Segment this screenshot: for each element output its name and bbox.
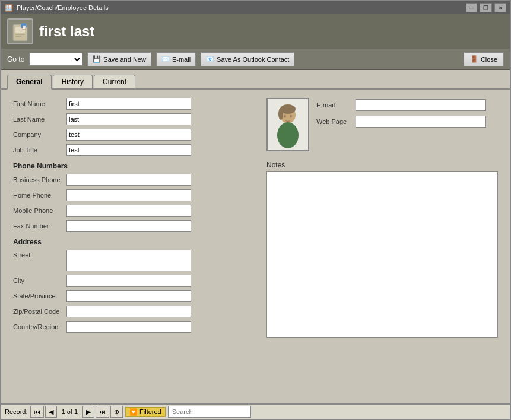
- address-section-title: Address: [13, 238, 255, 246]
- svg-rect-2: [15, 34, 25, 35]
- city-row: City: [13, 275, 255, 287]
- next-record-button[interactable]: ▶: [82, 406, 94, 418]
- title-bar-icon: 🪟: [5, 4, 13, 12]
- window-title: Player/Coach/Employee Details: [17, 4, 109, 11]
- email-icon: ✉️: [161, 55, 170, 63]
- zip-input[interactable]: [66, 306, 191, 317]
- business-phone-row: Business Phone: [13, 174, 255, 186]
- restore-button[interactable]: ❐: [480, 3, 492, 12]
- company-label: Company: [13, 131, 66, 138]
- svg-point-9: [278, 108, 283, 120]
- record-nav: ⏮ ◀ 1 of 1 ▶ ⏭ ⊕: [30, 406, 123, 418]
- job-title-label: Job Title: [13, 147, 66, 154]
- job-title-row: Job Title: [13, 144, 255, 156]
- mobile-phone-input[interactable]: [66, 205, 191, 217]
- first-record-button[interactable]: ⏮: [30, 406, 44, 418]
- email-input[interactable]: [356, 99, 486, 111]
- state-input[interactable]: [66, 290, 191, 302]
- city-input[interactable]: [66, 275, 191, 287]
- street-input[interactable]: [66, 250, 191, 271]
- minimize-button[interactable]: ─: [466, 3, 477, 12]
- fax-number-input[interactable]: [66, 220, 191, 232]
- filtered-label: Filtered: [139, 408, 161, 415]
- status-bar: Record: ⏮ ◀ 1 of 1 ▶ ⏭ ⊕ 🔽 Filtered: [1, 403, 510, 419]
- first-name-input[interactable]: [66, 98, 191, 110]
- save-new-icon: 💾: [93, 55, 101, 63]
- tabs-bar: General History Current: [1, 70, 510, 90]
- business-phone-input[interactable]: [66, 174, 191, 186]
- last-name-input[interactable]: [66, 113, 191, 125]
- last-record-button[interactable]: ⏭: [96, 406, 109, 418]
- svg-rect-3: [15, 36, 21, 37]
- home-phone-input[interactable]: [66, 189, 191, 201]
- tab-history[interactable]: History: [53, 75, 93, 88]
- job-title-input[interactable]: [66, 144, 191, 156]
- close-button[interactable]: 🚪 Close: [464, 52, 504, 66]
- record-count: 1 of 1: [58, 408, 82, 415]
- prev-record-button[interactable]: ◀: [45, 406, 57, 418]
- home-phone-label: Home Phone: [13, 192, 66, 199]
- street-label: Street: [13, 252, 66, 259]
- tab-general[interactable]: General: [7, 75, 52, 90]
- goto-select[interactable]: [29, 53, 82, 66]
- header-icon: 📋: [7, 18, 33, 44]
- web-page-label: Web Page: [316, 118, 352, 125]
- email-field-label: E-mail: [316, 101, 352, 109]
- fax-number-label: Fax Number: [13, 222, 66, 230]
- notes-label: Notes: [266, 161, 498, 169]
- home-phone-row: Home Phone: [13, 189, 255, 201]
- filtered-icon: 🔽: [129, 408, 138, 416]
- svg-point-10: [277, 122, 299, 148]
- notes-area: Notes: [266, 161, 498, 338]
- svg-point-11: [284, 115, 286, 118]
- mobile-phone-label: Mobile Phone: [13, 207, 66, 214]
- state-label: State/Province: [13, 292, 66, 300]
- toolbar: Go to 💾 Save and New ✉️ E-mail 📧 Save As…: [1, 49, 510, 70]
- business-phone-label: Business Phone: [13, 176, 66, 183]
- save-new-button[interactable]: 💾 Save and New: [87, 52, 151, 66]
- title-bar: 🪟 Player/Coach/Employee Details ─ ❐ ✕: [1, 1, 510, 14]
- email-button[interactable]: ✉️ E-mail: [156, 52, 196, 66]
- fax-number-row: Fax Number: [13, 220, 255, 232]
- right-top: E-mail Web Page: [266, 98, 486, 155]
- form-section: First Name Last Name Company Job Title P…: [13, 98, 498, 338]
- right-panel: E-mail Web Page Notes: [266, 98, 498, 338]
- company-input[interactable]: [66, 129, 191, 141]
- close-window-button[interactable]: ✕: [494, 3, 506, 12]
- web-page-input[interactable]: [356, 116, 486, 128]
- title-bar-controls: ─ ❐ ✕: [466, 3, 506, 12]
- first-name-label: First Name: [13, 100, 66, 107]
- street-row: Street: [13, 250, 255, 271]
- record-label: Record:: [5, 408, 28, 415]
- close-icon: 🚪: [470, 55, 478, 63]
- country-input[interactable]: [66, 321, 191, 333]
- country-row: Country/Region: [13, 321, 255, 333]
- content-area: First Name Last Name Company Job Title P…: [1, 90, 510, 403]
- mobile-phone-row: Mobile Phone: [13, 205, 255, 217]
- outlook-icon: 📧: [206, 55, 214, 63]
- notes-textarea[interactable]: [266, 171, 498, 338]
- main-window: 🪟 Player/Coach/Employee Details ─ ❐ ✕ 📋 …: [0, 0, 511, 420]
- goto-label: Go to: [7, 55, 24, 63]
- svg-point-12: [290, 115, 292, 118]
- phone-section-title: Phone Numbers: [13, 162, 255, 170]
- web-page-row: Web Page: [316, 116, 486, 128]
- last-name-label: Last Name: [13, 116, 66, 123]
- company-row: Company: [13, 129, 255, 141]
- new-record-button[interactable]: ⊕: [110, 406, 123, 418]
- header-bar: 📋 first last: [1, 14, 510, 49]
- state-row: State/Province: [13, 290, 255, 302]
- header-title: first last: [39, 23, 94, 40]
- photo-box: [266, 98, 309, 151]
- tab-current[interactable]: Current: [94, 75, 135, 88]
- first-name-row: First Name: [13, 98, 255, 110]
- zip-label: Zip/Postal Code: [13, 308, 66, 315]
- svg-text:📋: 📋: [21, 24, 27, 30]
- email-row: E-mail: [316, 99, 486, 111]
- zip-row: Zip/Postal Code: [13, 306, 255, 317]
- left-panel: First Name Last Name Company Job Title P…: [13, 98, 255, 338]
- city-label: City: [13, 277, 66, 284]
- search-input[interactable]: [168, 406, 251, 418]
- country-label: Country/Region: [13, 323, 66, 330]
- save-outlook-button[interactable]: 📧 Save As Outlook Contact: [201, 52, 294, 66]
